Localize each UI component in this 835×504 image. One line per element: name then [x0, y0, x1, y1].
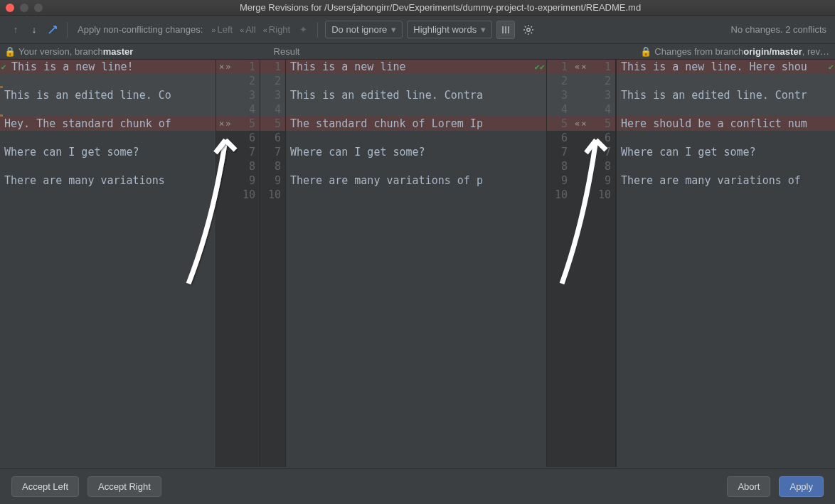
minimize-window-icon[interactable]	[20, 4, 28, 12]
accepted-marker-icon: ✔	[0, 60, 7, 74]
apply-button[interactable]: Apply	[779, 476, 824, 497]
gutter-line: 9	[572, 173, 615, 188]
code-line[interactable]: Where can I get some?	[286, 145, 546, 159]
gutter-line: 1×»	[216, 60, 260, 74]
accept-change-icon[interactable]: »	[225, 117, 230, 131]
abort-button[interactable]: Abort	[727, 476, 770, 497]
accept-change-icon[interactable]: «	[575, 60, 580, 74]
wand-icon[interactable]: ✦	[296, 23, 310, 37]
code-line[interactable]	[286, 188, 546, 202]
apply-left-link[interactable]: »Left	[211, 24, 233, 35]
code-line[interactable]	[0, 74, 216, 88]
center-gutter-right: 12345678910	[546, 60, 572, 467]
code-line[interactable]	[286, 131, 546, 145]
gutter-line: 10	[216, 188, 260, 202]
code-line[interactable]: There are many variations	[0, 173, 216, 188]
settings-button[interactable]	[519, 21, 538, 39]
maximize-window-icon[interactable]	[34, 4, 43, 12]
accept-change-icon[interactable]: «	[575, 117, 580, 131]
code-line[interactable]: Hey. The standard chunk of	[0, 117, 216, 131]
apply-all-link[interactable]: «All	[240, 24, 256, 35]
sync-scroll-button[interactable]	[496, 21, 515, 39]
left-gutter[interactable]: 1×»2345×»678910	[216, 60, 260, 467]
code-line[interactable]	[0, 131, 216, 145]
code-line[interactable]	[286, 74, 546, 88]
gutter-line: 7	[216, 145, 260, 159]
center-gutter-left: 12345678910	[260, 60, 286, 467]
code-line[interactable]	[0, 102, 216, 117]
accept-left-button[interactable]: Accept Left	[11, 476, 79, 497]
accepted-marker-icon: ✔✔	[535, 60, 545, 74]
footer: Accept Left Accept Right Abort Apply	[0, 468, 835, 504]
gutter-line: 8	[547, 159, 572, 173]
gutter-line: 4	[260, 102, 285, 117]
gutter-line: 5«×	[572, 117, 615, 131]
gutter-line: 3	[572, 88, 615, 102]
code-line[interactable]	[617, 102, 835, 117]
accept-right-button[interactable]: Accept Right	[87, 476, 161, 497]
result-header: Result	[216, 44, 333, 59]
reject-change-icon[interactable]: ×	[219, 117, 224, 131]
svg-point-0	[527, 28, 530, 31]
code-line[interactable]	[286, 159, 546, 173]
code-line[interactable]	[0, 188, 216, 202]
gutter-line: 2	[572, 74, 615, 88]
reject-change-icon[interactable]: ×	[219, 60, 224, 74]
gutter-line: 6	[216, 131, 260, 145]
code-line[interactable]: There are many variations of p	[286, 173, 546, 188]
code-line[interactable]	[286, 102, 546, 117]
prev-diff-icon[interactable]: ↑	[9, 23, 23, 37]
gutter-line: 1	[547, 60, 572, 74]
result-editor[interactable]: This is a new line✔✔This is an edited li…	[286, 60, 546, 467]
left-editor[interactable]: This is a new line!✔ This is an edited l…	[0, 60, 216, 467]
reject-change-icon[interactable]: ×	[581, 117, 586, 131]
gutter-line: 6	[547, 131, 572, 145]
gutter-line: 4	[216, 102, 260, 117]
gutter-line: 2	[216, 74, 260, 88]
apply-label: Apply non-conflicting changes:	[78, 24, 203, 35]
code-line[interactable]: This is a new line✔✔	[286, 60, 546, 74]
gutter-line: 7	[260, 145, 285, 159]
code-line[interactable]: This is an edited line. Contr	[617, 88, 835, 102]
code-line[interactable]	[617, 74, 835, 88]
code-line[interactable]: Here should be a conflict num	[617, 117, 835, 131]
highlight-dropdown[interactable]: Highlight words▾	[407, 21, 492, 38]
code-line[interactable]: The standard chunk of Lorem Ip	[286, 117, 546, 131]
gutter-line: 8	[216, 159, 260, 173]
code-line[interactable]: This is a new line!✔	[0, 60, 216, 74]
code-line[interactable]	[617, 159, 835, 173]
close-window-icon[interactable]	[6, 4, 14, 12]
right-editor[interactable]: This is a new line. Here shou✔This is an…	[616, 60, 835, 467]
code-line[interactable]: This is a new line. Here shou✔	[617, 60, 835, 74]
gutter-line: 10	[547, 188, 572, 202]
code-line[interactable]: Where can I get some?	[0, 145, 216, 159]
ignore-dropdown[interactable]: Do not ignore▾	[325, 21, 403, 38]
next-diff-icon[interactable]: ↓	[27, 23, 41, 37]
gutter-line: 10	[260, 188, 285, 202]
code-line[interactable]: There are many variations of	[617, 173, 835, 188]
accept-change-icon[interactable]: »	[225, 60, 230, 74]
code-line[interactable]: This is an edited line. Contra	[286, 88, 546, 102]
gutter-line: 4	[572, 102, 615, 117]
code-line[interactable]	[617, 188, 835, 202]
code-line[interactable]: This is an edited line. Co	[0, 88, 216, 102]
code-line[interactable]: Where can I get some?	[617, 145, 835, 159]
toolbar: ↑ ↓ Apply non-conflicting changes: »Left…	[0, 16, 835, 44]
gutter-line: 6	[260, 131, 285, 145]
lock-icon: 🔒	[640, 46, 651, 57]
magic-resolve-icon[interactable]	[46, 23, 60, 37]
code-line[interactable]	[617, 131, 835, 145]
code-line[interactable]	[0, 159, 216, 173]
gutter-line: 2	[260, 74, 285, 88]
gutter-line: 5	[547, 117, 572, 131]
lock-icon: 🔒	[4, 46, 16, 57]
gutter-line: 2	[547, 74, 572, 88]
pane-headers: 🔒 Your version, branch master Result 🔒 C…	[0, 44, 835, 60]
gutter-line: 7	[572, 145, 615, 159]
apply-right-link[interactable]: «Right	[263, 24, 290, 35]
reject-change-icon[interactable]: ×	[581, 60, 586, 74]
gutter-line: 8	[572, 159, 615, 173]
gutter-line: 5×»	[216, 117, 260, 131]
gutter-line: 5	[260, 117, 285, 131]
right-gutter[interactable]: 1«×2345«×678910	[572, 60, 616, 467]
